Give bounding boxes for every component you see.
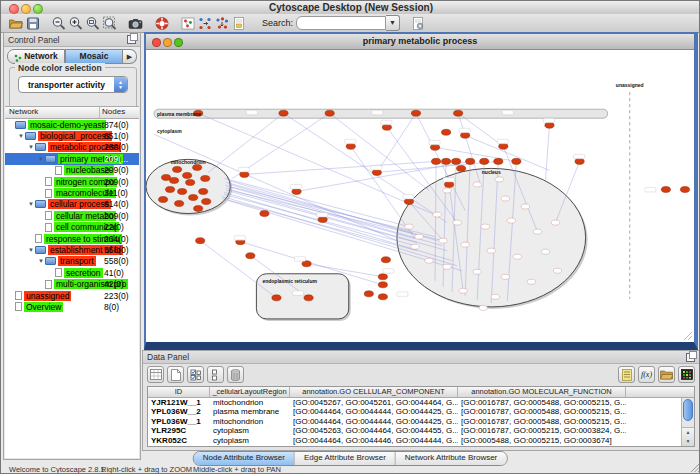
graph-node[interactable]: [461, 132, 470, 138]
float-data-panel-icon[interactable]: [686, 353, 695, 362]
graph-node[interactable]: [346, 143, 355, 149]
graph-node[interactable]: [404, 199, 413, 205]
graph-node[interactable]: [175, 201, 184, 207]
graph-node[interactable]: [382, 124, 391, 130]
graph-node[interactable]: [491, 294, 499, 299]
zoom-selected-icon[interactable]: [101, 15, 118, 31]
graph-node[interactable]: [499, 143, 508, 149]
dropdown-stepper-icon[interactable]: ▲▼: [114, 77, 127, 92]
graph-node[interactable]: [453, 220, 461, 225]
annotation-tool-icon[interactable]: [230, 15, 247, 31]
new-attribute-icon[interactable]: [167, 366, 184, 383]
graph-node[interactable]: [443, 264, 451, 269]
graph-node[interactable]: [473, 269, 481, 274]
tree-row-secretion[interactable]: secretion41(0): [5, 267, 139, 278]
open-session-icon[interactable]: [7, 15, 24, 31]
graph-node[interactable]: [202, 199, 211, 205]
table-row[interactable]: YDR039C__1mitochondrion[GO:0044464, GO:0…: [148, 445, 694, 447]
import-attributes-icon[interactable]: [658, 366, 675, 383]
scroll-up-icon[interactable]: ▲: [682, 428, 694, 437]
window-resize-grip[interactable]: [691, 463, 700, 474]
search-dropdown-button[interactable]: ▼: [386, 15, 400, 31]
graph-node[interactable]: [541, 249, 549, 254]
graph-node[interactable]: [411, 244, 419, 249]
graph-node[interactable]: [680, 186, 689, 192]
select-attributes-icon[interactable]: [187, 366, 204, 383]
graph-node[interactable]: [430, 144, 439, 150]
tab-overflow-button[interactable]: ▶: [123, 49, 137, 64]
graph-node[interactable]: [433, 212, 441, 217]
delete-attribute-icon[interactable]: [227, 366, 244, 383]
graph-node[interactable]: [452, 158, 461, 164]
graph-node[interactable]: [441, 129, 450, 135]
graph-node[interactable]: [279, 110, 288, 116]
graph-node[interactable]: [457, 165, 466, 171]
attribute-table-icon[interactable]: [147, 366, 164, 383]
scroll-down-icon[interactable]: ▼: [682, 437, 694, 446]
layout-tool-2-icon[interactable]: [213, 15, 230, 31]
canvas-resize-grip[interactable]: [684, 332, 692, 340]
graph-node[interactable]: [553, 268, 561, 273]
tree-row-establishment-of-lo[interactable]: ▼establishment of lo558(0): [5, 244, 139, 255]
tab-mosaic[interactable]: Mosaic: [65, 49, 123, 64]
zoom-fit-icon[interactable]: [84, 15, 101, 31]
column-cellular-component[interactable]: annotation.GO CELLULAR_COMPONENT: [290, 387, 458, 397]
tree-row-overview[interactable]: Overview8(0): [5, 301, 139, 312]
graph-node[interactable]: [473, 182, 481, 187]
node-color-dropdown[interactable]: transporter activity ▲▼: [18, 76, 128, 93]
tree-row-cellular-metabo[interactable]: cellular metabo209(0): [5, 210, 139, 221]
graph-node[interactable]: [461, 242, 469, 247]
graph-node[interactable]: [443, 188, 451, 193]
graph-node[interactable]: [521, 204, 529, 209]
graph-node[interactable]: [246, 253, 255, 259]
tree-row-biological-process[interactable]: ▼biological_process651(0): [5, 130, 139, 141]
table-row[interactable]: YPL036W__2plasma membrane[GO:0044464, GO…: [148, 407, 694, 416]
graph-node[interactable]: [431, 158, 440, 164]
graph-node[interactable]: [196, 238, 205, 244]
graph-node[interactable]: [172, 166, 181, 172]
expander-icon[interactable]: ▼: [27, 247, 35, 253]
graph-node[interactable]: [199, 188, 208, 194]
tree-row-transport[interactable]: ▼transport558(0): [5, 256, 139, 267]
tree-column-nodes[interactable]: Nodes: [99, 107, 139, 118]
graph-node[interactable]: [439, 238, 447, 243]
tree-row-response-to-stimulu[interactable]: response to stimulu264(0): [5, 233, 139, 244]
tree-row-mosaic-demo-yeast[interactable]: mosaic-demo-yeast874(0): [5, 119, 139, 130]
graph-node[interactable]: [272, 295, 281, 301]
network-tree-header[interactable]: Network Nodes: [5, 107, 139, 119]
attribute-list-icon[interactable]: [618, 366, 635, 383]
graph-node[interactable]: [240, 171, 249, 177]
graph-node[interactable]: [495, 177, 503, 182]
graph-node[interactable]: [189, 194, 198, 200]
graph-node[interactable]: [527, 279, 535, 284]
graph-node[interactable]: [292, 188, 301, 194]
graph-node[interactable]: [481, 224, 489, 229]
column-layout-region[interactable]: _cellularLayoutRegion: [210, 387, 290, 397]
graph-node[interactable]: [372, 169, 381, 175]
expander-icon[interactable]: ▼: [17, 133, 25, 139]
tree-row-nitrogen-compo[interactable]: nitrogen compo209(0): [5, 176, 139, 187]
graph-node[interactable]: [661, 186, 670, 192]
graph-node[interactable]: [260, 211, 269, 217]
graph-node[interactable]: [178, 188, 187, 194]
graph-node[interactable]: [161, 174, 170, 180]
table-row[interactable]: YLR295Ccytoplasm[GO:0045263, GO:0044464,…: [148, 426, 694, 435]
graph-node[interactable]: [575, 158, 584, 164]
heatmap-icon[interactable]: [678, 366, 695, 383]
help-lifesaver-icon[interactable]: [153, 15, 170, 31]
scrollbar-thumb[interactable]: [683, 399, 693, 421]
network-view-titlebar[interactable]: primary metabolic process: [146, 34, 694, 50]
network-view-window[interactable]: primary metabolic process plasma membran…: [144, 32, 698, 350]
graph-node[interactable]: [169, 177, 178, 183]
network-overview-icon[interactable]: [179, 15, 196, 31]
graph-node[interactable]: [480, 158, 489, 164]
graph-node[interactable]: [378, 282, 387, 288]
tree-column-network[interactable]: Network: [5, 107, 99, 118]
table-row[interactable]: YPL036W__1mitochondrion[GO:0044464, GO:0…: [148, 417, 694, 426]
tree-row-multi-organism-pro[interactable]: multi-organism pro42(0): [5, 278, 139, 289]
tree-row-cellular-process[interactable]: ▼cellular process614(0): [5, 199, 139, 210]
expander-icon[interactable]: ▼: [27, 144, 35, 150]
expander-icon[interactable]: ▼: [37, 258, 45, 264]
graph-node[interactable]: [501, 274, 509, 279]
graph-node[interactable]: [183, 172, 192, 178]
